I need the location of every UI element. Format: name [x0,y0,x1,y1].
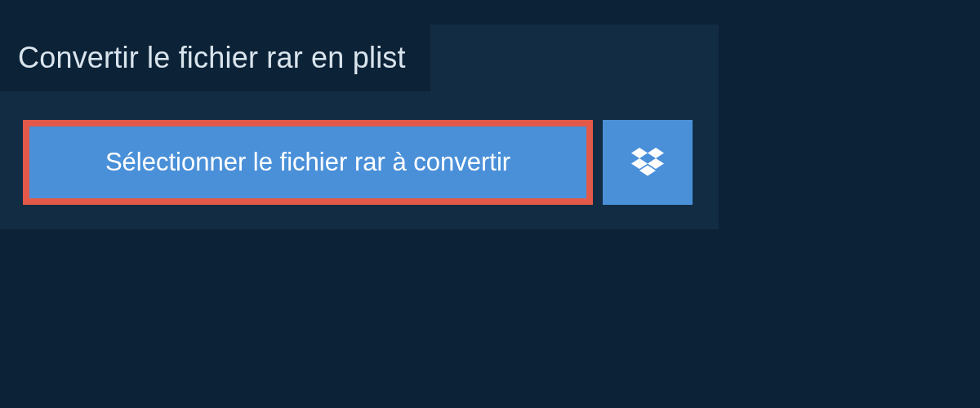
converter-panel: Convertir le fichier rar en plist Sélect… [0,24,719,229]
select-file-button[interactable]: Sélectionner le fichier rar à convertir [23,120,593,205]
page-title: Convertir le fichier rar en plist [18,41,406,75]
select-file-label: Sélectionner le fichier rar à convertir [105,148,510,177]
button-row: Sélectionner le fichier rar à convertir [0,91,719,205]
dropbox-icon [631,148,664,177]
dropbox-button[interactable] [603,120,693,205]
tab-header: Convertir le fichier rar en plist [0,24,430,91]
